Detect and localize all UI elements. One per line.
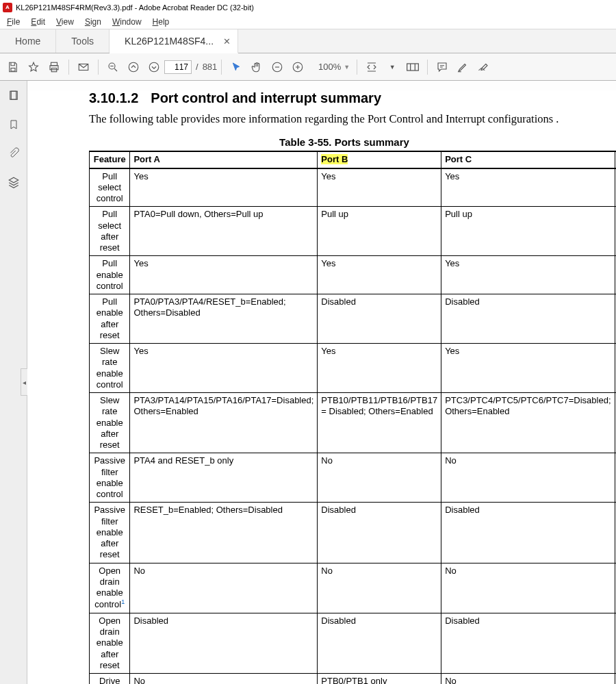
table-row: Open drain enable after resetDisabledDis…	[90, 613, 617, 673]
menu-window[interactable]: Window	[107, 16, 147, 28]
menu-sign[interactable]: Sign	[79, 16, 107, 28]
highlight: Port B	[321, 154, 348, 164]
cell-port-a: No	[130, 563, 318, 613]
main-area: ◂ 3.10.1.2Port control and interrupt sum…	[0, 81, 616, 684]
collapse-handle[interactable]: ◂	[21, 368, 27, 396]
cell-port-c: Pull up	[441, 207, 615, 256]
col-port-a: Port A	[130, 151, 318, 168]
cell-port-b: Disabled	[318, 613, 441, 673]
cell-port-a: Disabled	[130, 613, 318, 673]
zoom-value: 100%	[311, 62, 341, 72]
cell-feature: Slew rate enable after reset	[90, 393, 130, 453]
cell-port-b: PTB0/PTB1 only	[318, 674, 441, 684]
select-arrow-icon[interactable]	[226, 57, 246, 77]
attachment-icon[interactable]	[5, 145, 22, 162]
chevron-down-icon[interactable]: ▼	[344, 64, 350, 71]
zoom-out-find-icon[interactable]	[103, 57, 123, 77]
menu-help[interactable]: Help	[147, 16, 175, 28]
svg-rect-10	[407, 64, 419, 71]
hand-pan-icon[interactable]	[246, 57, 267, 77]
window-title: KL26P121M48SF4RM(Rev3.3).pdf - Adobe Acr…	[16, 3, 254, 12]
cell-port-c: PTC3/PTC4/PTC5/PTC6/PTC7=Disabled; Other…	[441, 393, 615, 453]
cell-port-c: Yes	[441, 344, 615, 393]
toolbar-separator	[221, 60, 222, 75]
cell-port-c: No	[441, 563, 615, 613]
cell-port-c: Yes	[441, 256, 615, 294]
cell-port-b: PTB10/PTB11/PTB16/PTB17 = Disabled; Othe…	[318, 393, 441, 453]
table-row: Slew rate enable after resetPTA3/PTA14/P…	[90, 393, 617, 453]
section-number: 3.10.1.2	[89, 90, 138, 105]
cell-port-a: Yes	[130, 256, 318, 294]
tab-document[interactable]: KL26P121M48SF4... ✕	[110, 29, 238, 53]
print-icon[interactable]	[44, 57, 64, 77]
highlight-icon[interactable]	[452, 57, 473, 77]
tab-home[interactable]: Home	[0, 29, 56, 53]
cell-port-b: Pull up	[318, 207, 441, 256]
cell-port-b: Disabled	[318, 503, 441, 563]
cell-port-a: RESET_b=Enabled; Others=Disabled	[130, 503, 318, 563]
pdf-app-icon: A	[3, 3, 12, 12]
cell-feature: Pull enable control	[90, 256, 130, 294]
zoom-out-icon[interactable]	[267, 57, 287, 77]
table-row: Passive filter enable controlPTA4 and RE…	[90, 453, 617, 503]
read-mode-icon[interactable]	[402, 57, 423, 77]
fit-width-icon[interactable]	[361, 57, 382, 77]
cell-feature: Pull select after reset	[90, 207, 130, 256]
col-port-c: Port C	[441, 151, 615, 168]
cell-port-a: PTA0=Pull down, Others=Pull up	[130, 207, 318, 256]
page-total: 881	[203, 62, 218, 72]
menu-file[interactable]: File	[1, 16, 25, 28]
tab-bar: Home Tools KL26P121M48SF4... ✕	[0, 29, 616, 53]
section-heading: 3.10.1.2Port control and interrupt summa…	[89, 90, 600, 106]
comment-icon[interactable]	[432, 57, 452, 77]
col-port-b: Port B	[318, 151, 441, 168]
zoom-level-group[interactable]: 100% ▼	[308, 62, 352, 72]
cell-port-b: Yes	[318, 256, 441, 294]
toolbar-separator	[98, 60, 99, 75]
cell-port-a: Yes	[130, 168, 318, 207]
page-number-group: / 881	[164, 60, 217, 74]
page-down-icon[interactable]	[144, 57, 164, 77]
zoom-in-icon[interactable]	[287, 57, 308, 77]
cell-port-c: No	[441, 674, 615, 684]
cell-feature: Open drain enable after reset	[90, 613, 130, 673]
table-row: Pull enable after resetPTA0/PTA3/PTA4/RE…	[90, 294, 617, 344]
save-icon[interactable]	[3, 57, 23, 77]
cell-port-a: Yes	[130, 344, 318, 393]
cell-port-b: Disabled	[318, 294, 441, 344]
cell-port-c: Yes	[441, 168, 615, 207]
cell-feature: Passive filter enable control	[90, 453, 130, 503]
cell-port-a: PTA3/PTA14/PTA15/PTA16/PTA17=Disabled; O…	[130, 393, 318, 453]
svg-rect-1	[51, 62, 57, 66]
table-row: Pull select controlYesYesYesYesYes	[90, 168, 617, 207]
mail-icon[interactable]	[73, 57, 94, 77]
page-up-icon[interactable]	[123, 57, 144, 77]
close-icon[interactable]: ✕	[223, 36, 231, 47]
tab-tools[interactable]: Tools	[56, 29, 110, 53]
window-titlebar: A KL26P121M48SF4RM(Rev3.3).pdf - Adobe A…	[0, 0, 616, 15]
chevron-down-icon[interactable]: ▼	[382, 57, 402, 77]
toolbar: / 881 100% ▼ ▼	[0, 53, 616, 81]
sign-pen-icon[interactable]	[473, 57, 493, 77]
navigation-pane: ◂	[0, 81, 27, 684]
cell-port-b: No	[318, 563, 441, 613]
menu-edit[interactable]: Edit	[25, 16, 51, 28]
cell-port-b: Yes	[318, 344, 441, 393]
thumbnails-icon[interactable]	[5, 88, 22, 104]
cell-port-c: No	[441, 453, 615, 503]
cell-feature: Open drain enable control1	[90, 563, 130, 613]
cell-feature: Passive filter enable after reset	[90, 503, 130, 563]
cell-port-c: Disabled	[441, 503, 615, 563]
bookmark-icon[interactable]	[5, 116, 22, 133]
layers-icon[interactable]	[5, 174, 22, 190]
page-current-input[interactable]	[164, 60, 192, 74]
star-icon[interactable]	[23, 57, 44, 77]
table-row: Open drain enable control1NoNoNoNoNo	[90, 563, 617, 613]
menu-view[interactable]: View	[51, 16, 79, 28]
document-viewport[interactable]: 3.10.1.2Port control and interrupt summa…	[27, 81, 616, 684]
table-row: Pull enable controlYesYesYesYesYes	[90, 256, 617, 294]
cell-port-b: Yes	[318, 168, 441, 207]
cell-feature: Drive strength enable control	[90, 674, 130, 684]
cell-port-c: Disabled	[441, 294, 615, 344]
cell-port-c: Disabled	[441, 613, 615, 673]
